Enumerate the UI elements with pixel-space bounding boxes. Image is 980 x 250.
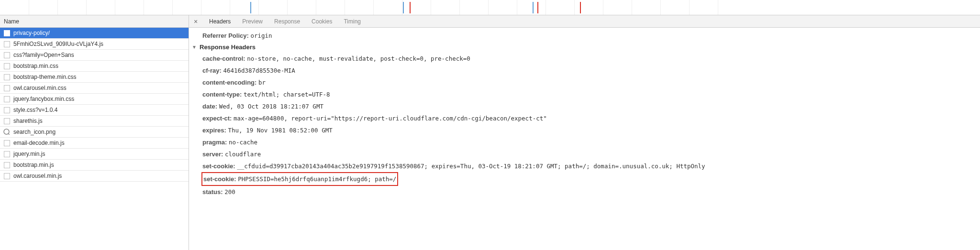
timeline-overview[interactable] bbox=[0, 0, 980, 15]
request-row[interactable]: sharethis.js bbox=[0, 116, 189, 127]
name-column-header[interactable]: Name bbox=[0, 15, 189, 28]
header-line: cf-ray: 46416d387d85530e-MIA bbox=[189, 65, 980, 76]
request-name: owl.carousel.min.css bbox=[13, 85, 67, 91]
request-row[interactable]: owl.carousel.min.js bbox=[0, 171, 189, 182]
request-row[interactable]: email-decode.min.js bbox=[0, 138, 189, 149]
document-file-icon bbox=[4, 74, 10, 80]
request-name: bootstrap.min.js bbox=[13, 162, 54, 168]
header-line: status: 200 bbox=[189, 186, 980, 198]
timeline-marker[interactable] bbox=[537, 2, 538, 13]
request-row[interactable]: bootstrap-theme.min.css bbox=[0, 72, 189, 83]
tab-timing[interactable]: Timing bbox=[338, 15, 367, 28]
header-line: expires: Thu, 19 Nov 1981 08:52:00 GMT bbox=[189, 124, 980, 136]
request-name: search_icon.png bbox=[13, 129, 56, 135]
request-row[interactable]: bootstrap.min.css bbox=[0, 61, 189, 72]
request-row[interactable]: search_icon.png bbox=[0, 127, 189, 138]
request-row[interactable]: jquery.min.js bbox=[0, 149, 189, 160]
tab-preview[interactable]: Preview bbox=[236, 15, 268, 28]
svg-line-1 bbox=[8, 133, 10, 135]
request-name: privacy-policy/ bbox=[13, 30, 50, 36]
document-file-icon bbox=[4, 52, 10, 58]
tab-response[interactable]: Response bbox=[268, 15, 306, 28]
request-name: bootstrap.min.css bbox=[13, 63, 58, 69]
timeline-marker[interactable] bbox=[533, 2, 534, 13]
timeline-marker[interactable] bbox=[580, 2, 581, 13]
header-line: set-cookie: __cfduid=d39917cba20143a404a… bbox=[189, 160, 980, 172]
document-file-icon bbox=[4, 107, 10, 113]
request-row[interactable]: bootstrap.min.js bbox=[0, 160, 189, 171]
request-name: jquery.fancybox.min.css bbox=[13, 96, 74, 102]
request-name: 5FmhiOzSLvvd_909IUu-cVLjaY4.js bbox=[13, 41, 103, 47]
request-name: style.css?v=1.0.4 bbox=[13, 107, 57, 113]
request-row[interactable]: owl.carousel.min.css bbox=[0, 83, 189, 94]
document-file-icon bbox=[4, 85, 10, 91]
request-name: sharethis.js bbox=[13, 118, 43, 124]
timeline-marker[interactable] bbox=[250, 2, 251, 13]
request-name: email-decode.min.js bbox=[13, 140, 65, 146]
document-file-icon bbox=[4, 173, 10, 179]
response-headers-section[interactable]: ▼ Response Headers bbox=[189, 42, 980, 53]
document-file-icon bbox=[4, 30, 10, 36]
document-file-icon bbox=[4, 151, 10, 157]
document-file-icon bbox=[4, 96, 10, 102]
header-line: expect-ct: max-age=604800, report-uri="h… bbox=[189, 112, 980, 124]
header-line: content-encoding: br bbox=[189, 76, 980, 88]
request-name: bootstrap-theme.min.css bbox=[13, 74, 76, 80]
timeline-marker[interactable] bbox=[410, 2, 411, 13]
request-row[interactable]: privacy-policy/ bbox=[0, 28, 189, 39]
request-row[interactable]: 5FmhiOzSLvvd_909IUu-cVLjaY4.js bbox=[0, 39, 189, 50]
image-file-icon bbox=[4, 129, 10, 135]
request-name: jquery.min.js bbox=[13, 151, 45, 157]
request-name: owl.carousel.min.js bbox=[13, 173, 62, 179]
request-row[interactable]: jquery.fancybox.min.css bbox=[0, 94, 189, 105]
request-name: css?family=Open+Sans bbox=[13, 52, 74, 58]
triangle-down-icon: ▼ bbox=[192, 44, 197, 50]
header-line: cache-control: no-store, no-cache, must-… bbox=[189, 53, 980, 65]
header-line: date: Wed, 03 Oct 2018 18:21:07 GMT bbox=[189, 100, 980, 112]
header-line: server: cloudflare bbox=[189, 148, 980, 160]
header-line-truncated: Referrer Policy: origin bbox=[189, 30, 980, 42]
header-line: content-type: text/html; charset=UTF-8 bbox=[189, 88, 980, 100]
details-tabs: × HeadersPreviewResponseCookiesTiming bbox=[189, 15, 980, 28]
document-file-icon bbox=[4, 63, 10, 69]
request-row[interactable]: style.css?v=1.0.4 bbox=[0, 105, 189, 116]
document-file-icon bbox=[4, 118, 10, 124]
close-icon[interactable]: × bbox=[191, 17, 200, 26]
tab-cookies[interactable]: Cookies bbox=[306, 15, 338, 28]
document-file-icon bbox=[4, 162, 10, 168]
document-file-icon bbox=[4, 41, 10, 47]
headers-panel[interactable]: Referrer Policy: origin ▼ Response Heade… bbox=[189, 28, 980, 250]
document-file-icon bbox=[4, 140, 10, 146]
highlighted-set-cookie: set-cookie: PHPSESSID=he5hj6drfq6uanp1im… bbox=[201, 172, 398, 186]
request-row[interactable]: css?family=Open+Sans bbox=[0, 50, 189, 61]
tab-headers[interactable]: Headers bbox=[203, 15, 236, 28]
header-line: pragma: no-cache bbox=[189, 136, 980, 148]
timeline-marker[interactable] bbox=[403, 2, 404, 13]
request-list[interactable]: privacy-policy/5FmhiOzSLvvd_909IUu-cVLja… bbox=[0, 28, 189, 250]
